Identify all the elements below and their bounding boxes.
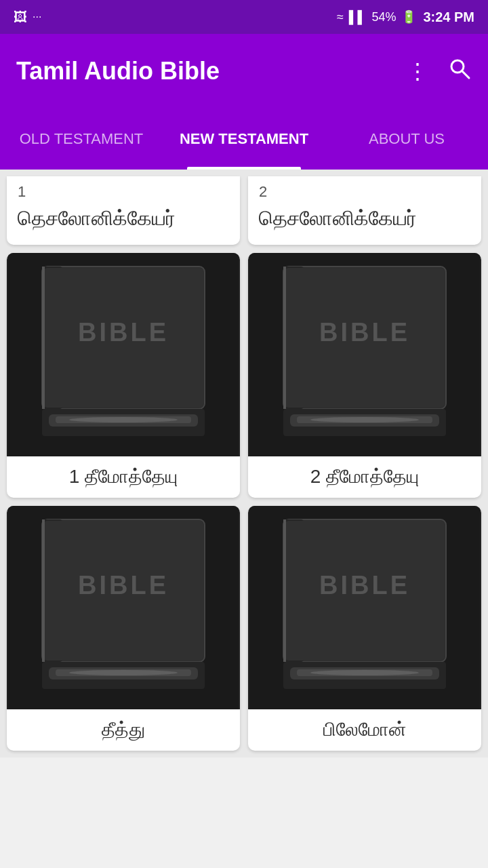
svg-text:BIBLE: BIBLE — [78, 571, 169, 599]
card-1-timothy-label: 1 தீமோத்தேயு — [62, 456, 184, 498]
svg-rect-6 — [42, 267, 45, 409]
svg-text:BIBLE: BIBLE — [78, 318, 169, 347]
app-bar-icons: ⋮ — [407, 56, 472, 86]
status-left-icons: 🖼 ··· — [14, 9, 41, 25]
partial-card-1-number: 1 — [18, 183, 26, 201]
gallery-icon: 🖼 — [14, 9, 27, 25]
battery-icon: 🔋 — [401, 9, 416, 24]
partial-card-1-title: தெசலோனிக்கேயர் — [18, 205, 176, 231]
card-philemon-image: BIBLE — [248, 506, 481, 709]
app-bar: Tamil Audio Bible ⋮ — [0, 34, 488, 108]
card-2-timothy-image: BIBLE — [248, 253, 481, 456]
svg-rect-36 — [283, 519, 286, 662]
more-options-icon[interactable]: ⋮ — [407, 58, 428, 84]
card-titus[interactable]: BIBLE தீத்து — [7, 506, 240, 751]
tab-new-testament-label: NEW TESTAMENT — [180, 130, 308, 148]
tab-about-us-label: ABOUT US — [369, 130, 445, 148]
card-1-timothy[interactable]: BIBLE 1 தீமோத்தேயு — [7, 253, 240, 498]
battery-text: 54% — [371, 10, 396, 24]
svg-point-21 — [310, 417, 419, 422]
svg-text:BIBLE: BIBLE — [319, 571, 410, 599]
svg-text:BIBLE: BIBLE — [319, 318, 410, 347]
wifi-icon: ≈ — [337, 10, 344, 24]
svg-rect-26 — [42, 519, 45, 662]
partial-card-2-title: தெசலோனிக்கேயர் — [259, 205, 417, 231]
tab-old-testament[interactable]: OLD TESTAMENT — [0, 108, 163, 170]
tab-about-us[interactable]: ABOUT US — [325, 108, 488, 170]
partial-card-2[interactable]: 2 தெசலோனிக்கேயர் — [248, 176, 481, 245]
status-icons: ≈ ▌▌ 54% 🔋 — [337, 9, 416, 24]
partial-card-1[interactable]: 1 தெசலோனிக்கேயர் — [7, 176, 240, 245]
more-status-icon: ··· — [33, 11, 41, 23]
tab-bar: OLD TESTAMENT NEW TESTAMENT ABOUT US — [0, 108, 488, 170]
card-philemon-label: பிலேமோன் — [317, 709, 413, 751]
search-icon[interactable] — [447, 56, 472, 86]
card-2-timothy[interactable]: BIBLE 2 தீமோத்தேயு — [248, 253, 481, 498]
svg-line-1 — [462, 71, 469, 78]
status-bar: 🖼 ··· ≈ ▌▌ 54% 🔋 3:24 PM — [0, 0, 488, 34]
card-titus-image: BIBLE — [7, 506, 240, 709]
partial-card-2-number: 2 — [259, 183, 267, 201]
app-title: Tamil Audio Bible — [16, 57, 407, 85]
svg-point-31 — [69, 670, 178, 675]
card-philemon[interactable]: BIBLE பிலேமோன் — [248, 506, 481, 751]
tab-old-testament-label: OLD TESTAMENT — [20, 130, 144, 148]
card-1-timothy-image: BIBLE — [7, 253, 240, 456]
svg-point-11 — [69, 417, 178, 422]
svg-point-41 — [310, 670, 419, 675]
tab-new-testament[interactable]: NEW TESTAMENT — [163, 108, 325, 170]
card-2-timothy-label: 2 தீமோத்தேயு — [304, 456, 426, 498]
content-grid: 1 தெசலோனிக்கேயர் 2 தெசலோனிக்கேயர் BIBLE — [0, 170, 488, 757]
svg-rect-16 — [283, 267, 286, 409]
signal-icon: ▌▌ — [349, 10, 367, 24]
card-titus-label: தீத்து — [95, 709, 152, 751]
status-time: 3:24 PM — [423, 9, 474, 25]
